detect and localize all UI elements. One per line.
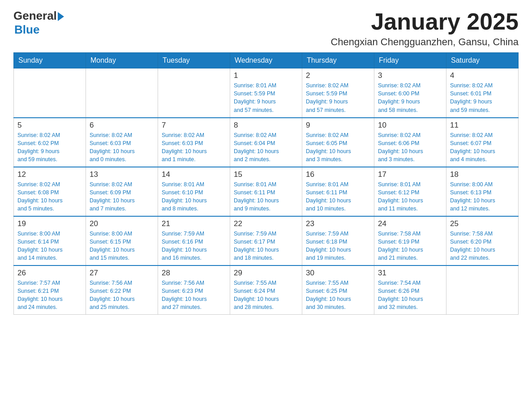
day-info: Sunrise: 8:01 AM Sunset: 6:10 PM Dayligh… (162, 180, 226, 213)
calendar-cell: 17Sunrise: 8:01 AM Sunset: 6:12 PM Dayli… (374, 167, 446, 216)
calendar-cell (158, 68, 230, 118)
calendar-cell: 3Sunrise: 8:02 AM Sunset: 6:00 PM Daylig… (374, 68, 446, 118)
day-info: Sunrise: 7:57 AM Sunset: 6:21 PM Dayligh… (17, 279, 82, 312)
calendar-week-4: 19Sunrise: 8:00 AM Sunset: 6:14 PM Dayli… (14, 216, 519, 265)
day-number: 6 (90, 121, 154, 130)
day-info: Sunrise: 8:01 AM Sunset: 5:59 PM Dayligh… (234, 81, 298, 114)
month-title: January 2025 (330, 9, 519, 34)
location-title: Chengxian Chengguanzhen, Gansu, China (330, 36, 519, 48)
calendar-week-2: 5Sunrise: 8:02 AM Sunset: 6:02 PM Daylig… (14, 118, 519, 167)
day-number: 3 (378, 71, 442, 80)
day-number: 12 (17, 170, 82, 179)
title-area: January 2025 Chengxian Chengguanzhen, Ga… (330, 9, 519, 48)
day-number: 19 (17, 219, 82, 228)
day-number: 9 (306, 121, 370, 130)
calendar-cell: 22Sunrise: 7:59 AM Sunset: 6:17 PM Dayli… (230, 216, 302, 265)
calendar-cell (86, 68, 158, 118)
day-info: Sunrise: 8:02 AM Sunset: 6:01 PM Dayligh… (450, 81, 515, 114)
logo-general-text: General (13, 9, 57, 23)
day-info: Sunrise: 8:02 AM Sunset: 6:06 PM Dayligh… (378, 131, 442, 164)
calendar-header-row: SundayMondayTuesdayWednesdayThursdayFrid… (14, 53, 519, 68)
calendar-week-1: 1Sunrise: 8:01 AM Sunset: 5:59 PM Daylig… (14, 68, 519, 118)
day-number: 27 (90, 269, 154, 278)
day-number: 8 (234, 121, 298, 130)
day-number: 11 (450, 121, 515, 130)
day-info: Sunrise: 8:02 AM Sunset: 6:07 PM Dayligh… (450, 131, 515, 164)
calendar-cell: 13Sunrise: 8:02 AM Sunset: 6:09 PM Dayli… (86, 167, 158, 216)
day-info: Sunrise: 8:01 AM Sunset: 6:11 PM Dayligh… (306, 180, 370, 213)
calendar-cell: 8Sunrise: 8:02 AM Sunset: 6:04 PM Daylig… (230, 118, 302, 167)
day-number: 24 (378, 219, 442, 228)
day-number: 22 (234, 219, 298, 228)
logo-triangle-icon (58, 12, 64, 21)
day-info: Sunrise: 7:54 AM Sunset: 6:26 PM Dayligh… (378, 279, 442, 312)
day-info: Sunrise: 8:00 AM Sunset: 6:15 PM Dayligh… (90, 230, 154, 262)
logo: General Blue (13, 9, 64, 37)
day-number: 17 (378, 170, 442, 179)
day-info: Sunrise: 8:00 AM Sunset: 6:13 PM Dayligh… (450, 180, 515, 213)
calendar-cell: 19Sunrise: 8:00 AM Sunset: 6:14 PM Dayli… (14, 216, 86, 265)
day-number: 4 (450, 71, 515, 80)
day-info: Sunrise: 8:01 AM Sunset: 6:11 PM Dayligh… (234, 180, 298, 213)
header: General Blue January 2025 Chengxian Chen… (13, 9, 519, 48)
day-number: 18 (450, 170, 515, 179)
day-info: Sunrise: 7:59 AM Sunset: 6:16 PM Dayligh… (162, 230, 226, 262)
day-number: 1 (234, 71, 298, 80)
calendar-header-wednesday: Wednesday (230, 53, 302, 68)
calendar-cell: 12Sunrise: 8:02 AM Sunset: 6:08 PM Dayli… (14, 167, 86, 216)
calendar-cell: 20Sunrise: 8:00 AM Sunset: 6:15 PM Dayli… (86, 216, 158, 265)
day-number: 2 (306, 71, 370, 80)
calendar-cell: 28Sunrise: 7:56 AM Sunset: 6:23 PM Dayli… (158, 265, 230, 315)
day-number: 29 (234, 269, 298, 278)
calendar-cell: 18Sunrise: 8:00 AM Sunset: 6:13 PM Dayli… (446, 167, 519, 216)
calendar-cell: 16Sunrise: 8:01 AM Sunset: 6:11 PM Dayli… (302, 167, 374, 216)
day-info: Sunrise: 7:58 AM Sunset: 6:20 PM Dayligh… (450, 230, 515, 262)
calendar-cell: 14Sunrise: 8:01 AM Sunset: 6:10 PM Dayli… (158, 167, 230, 216)
calendar-cell: 2Sunrise: 8:02 AM Sunset: 5:59 PM Daylig… (302, 68, 374, 118)
day-number: 5 (17, 121, 82, 130)
day-number: 20 (90, 219, 154, 228)
day-number: 15 (234, 170, 298, 179)
day-number: 13 (90, 170, 154, 179)
day-info: Sunrise: 7:59 AM Sunset: 6:18 PM Dayligh… (306, 230, 370, 262)
day-number: 31 (378, 269, 442, 278)
day-number: 14 (162, 170, 226, 179)
day-number: 10 (378, 121, 442, 130)
calendar-header-thursday: Thursday (302, 53, 374, 68)
calendar-cell: 5Sunrise: 8:02 AM Sunset: 6:02 PM Daylig… (14, 118, 86, 167)
calendar-cell: 29Sunrise: 7:55 AM Sunset: 6:24 PM Dayli… (230, 265, 302, 315)
day-info: Sunrise: 8:02 AM Sunset: 5:59 PM Dayligh… (306, 81, 370, 114)
calendar-cell: 26Sunrise: 7:57 AM Sunset: 6:21 PM Dayli… (14, 265, 86, 315)
day-info: Sunrise: 8:01 AM Sunset: 6:12 PM Dayligh… (378, 180, 442, 213)
day-info: Sunrise: 8:00 AM Sunset: 6:14 PM Dayligh… (17, 230, 82, 262)
calendar-header-monday: Monday (86, 53, 158, 68)
calendar-cell: 10Sunrise: 8:02 AM Sunset: 6:06 PM Dayli… (374, 118, 446, 167)
calendar-header-tuesday: Tuesday (158, 53, 230, 68)
calendar-cell: 1Sunrise: 8:01 AM Sunset: 5:59 PM Daylig… (230, 68, 302, 118)
calendar-cell: 9Sunrise: 8:02 AM Sunset: 6:05 PM Daylig… (302, 118, 374, 167)
day-number: 25 (450, 219, 515, 228)
calendar-cell: 23Sunrise: 7:59 AM Sunset: 6:18 PM Dayli… (302, 216, 374, 265)
day-info: Sunrise: 8:02 AM Sunset: 6:03 PM Dayligh… (90, 131, 154, 164)
day-info: Sunrise: 7:56 AM Sunset: 6:23 PM Dayligh… (162, 279, 226, 312)
day-info: Sunrise: 8:02 AM Sunset: 6:02 PM Dayligh… (17, 131, 82, 164)
day-info: Sunrise: 7:56 AM Sunset: 6:22 PM Dayligh… (90, 279, 154, 312)
calendar-header-sunday: Sunday (14, 53, 86, 68)
calendar-cell: 7Sunrise: 8:02 AM Sunset: 6:03 PM Daylig… (158, 118, 230, 167)
day-number: 26 (17, 269, 82, 278)
day-info: Sunrise: 7:58 AM Sunset: 6:19 PM Dayligh… (378, 230, 442, 262)
day-number: 30 (306, 269, 370, 278)
day-info: Sunrise: 7:55 AM Sunset: 6:24 PM Dayligh… (234, 279, 298, 312)
calendar-header-saturday: Saturday (446, 53, 519, 68)
calendar-header-friday: Friday (374, 53, 446, 68)
calendar-week-5: 26Sunrise: 7:57 AM Sunset: 6:21 PM Dayli… (14, 265, 519, 315)
logo-blue-text: Blue (14, 23, 39, 37)
day-number: 28 (162, 269, 226, 278)
day-info: Sunrise: 8:02 AM Sunset: 6:04 PM Dayligh… (234, 131, 298, 164)
calendar-week-3: 12Sunrise: 8:02 AM Sunset: 6:08 PM Dayli… (14, 167, 519, 216)
calendar-cell: 25Sunrise: 7:58 AM Sunset: 6:20 PM Dayli… (446, 216, 519, 265)
day-number: 16 (306, 170, 370, 179)
calendar-cell: 6Sunrise: 8:02 AM Sunset: 6:03 PM Daylig… (86, 118, 158, 167)
day-info: Sunrise: 8:02 AM Sunset: 6:03 PM Dayligh… (162, 131, 226, 164)
day-number: 23 (306, 219, 370, 228)
